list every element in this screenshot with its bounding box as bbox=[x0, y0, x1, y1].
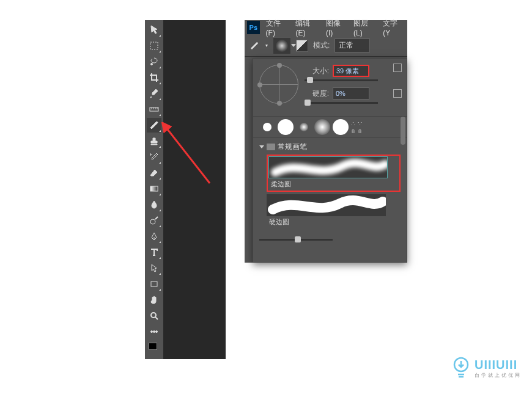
zoom-tool[interactable] bbox=[147, 308, 161, 323]
watermark-brand: UIIIUIII bbox=[475, 358, 522, 372]
brush-name: 柔边圆 bbox=[268, 178, 399, 190]
svg-point-1 bbox=[151, 64, 153, 65]
svg-point-4 bbox=[150, 219, 155, 224]
pen-tool[interactable] bbox=[147, 229, 161, 244]
brush-settings-toggle-icon[interactable] bbox=[296, 40, 308, 52]
stamp-tool[interactable] bbox=[147, 134, 161, 148]
brush-name: 硬边圆 bbox=[267, 216, 401, 228]
preset-scatter-2[interactable]: ∵8 bbox=[358, 120, 362, 134]
svg-rect-0 bbox=[150, 42, 158, 49]
more-tools[interactable] bbox=[147, 324, 161, 339]
brush-size-slider[interactable] bbox=[305, 79, 378, 81]
move-tool[interactable] bbox=[147, 23, 161, 37]
caret-down-icon[interactable]: ▾ bbox=[265, 43, 268, 48]
svg-rect-5 bbox=[151, 282, 157, 286]
brush-thumbnail-row: ∴8 ∵8 bbox=[253, 116, 407, 138]
svg-point-8 bbox=[153, 331, 155, 333]
ps-logo-icon: Ps bbox=[247, 21, 260, 34]
brush-tool-icon bbox=[248, 40, 260, 52]
thumbnail-size-slider[interactable] bbox=[259, 239, 333, 241]
brush-tool[interactable] bbox=[147, 118, 161, 133]
menu-layer[interactable]: 图层(L) bbox=[350, 18, 379, 37]
menubar: Ps 文件(F) 编辑(E) 图像(I) 图层(L) 文字(Y bbox=[245, 20, 407, 35]
brush-hardness-slider[interactable] bbox=[305, 102, 378, 104]
menu-file[interactable]: 文件(F) bbox=[262, 18, 292, 37]
marquee-tool[interactable] bbox=[147, 38, 161, 53]
menu-image[interactable]: 图像(I) bbox=[322, 18, 350, 37]
history-brush-tool[interactable] bbox=[147, 150, 161, 164]
brush-hardness-input[interactable]: 0% bbox=[333, 87, 369, 100]
preset-hard-small[interactable] bbox=[259, 119, 275, 135]
brush-item-soft-round[interactable]: 柔边圆 bbox=[267, 155, 401, 192]
blend-mode-select[interactable]: 正常 bbox=[334, 38, 370, 53]
folder-icon bbox=[267, 144, 275, 150]
watermark-sub: 自学就上优优网 bbox=[475, 372, 522, 379]
hand-tool[interactable] bbox=[147, 293, 161, 307]
folder-label: 常规画笔 bbox=[278, 142, 307, 152]
svg-point-9 bbox=[156, 331, 158, 333]
eraser-tool[interactable] bbox=[147, 166, 161, 180]
svg-point-7 bbox=[151, 331, 153, 333]
eyedropper-tool[interactable] bbox=[147, 86, 161, 101]
caret-down-icon bbox=[259, 145, 264, 148]
tools-toolbar bbox=[145, 20, 163, 359]
watermark: UIIIUIII 自学就上优优网 bbox=[451, 356, 522, 381]
ruler-tool[interactable] bbox=[147, 102, 161, 117]
crop-tool[interactable] bbox=[147, 70, 161, 85]
hardness-label: 硬度: bbox=[305, 89, 329, 99]
new-preset-icon[interactable] bbox=[393, 89, 402, 98]
preset-soft-small[interactable] bbox=[296, 119, 312, 135]
lightbulb-icon bbox=[451, 356, 471, 381]
type-tool[interactable] bbox=[147, 245, 161, 260]
preset-scatter-1[interactable]: ∴8 bbox=[351, 120, 355, 134]
size-label: 大小: bbox=[305, 66, 329, 76]
svg-point-6 bbox=[151, 313, 156, 318]
brush-item-hard-round[interactable]: 硬边圆 bbox=[267, 194, 401, 228]
scrollbar-thumb[interactable] bbox=[401, 117, 405, 145]
brush-preset-picker[interactable] bbox=[273, 37, 291, 54]
path-select-tool[interactable] bbox=[147, 261, 161, 275]
preset-hard-large[interactable] bbox=[278, 119, 294, 135]
brush-list: 常规画笔 柔边圆 硬边圆 bbox=[253, 138, 407, 234]
blur-tool[interactable] bbox=[147, 197, 161, 212]
menu-type[interactable]: 文字(Y bbox=[379, 18, 407, 37]
menu-edit[interactable]: 编辑(E) bbox=[292, 18, 322, 37]
brush-size-input[interactable]: 39 像素 bbox=[333, 65, 369, 77]
preset-soft-large[interactable] bbox=[314, 119, 330, 135]
settings-gear-icon[interactable] bbox=[393, 64, 402, 72]
rectangle-tool[interactable] bbox=[147, 277, 161, 291]
dodge-tool[interactable] bbox=[147, 213, 161, 228]
lasso-tool[interactable] bbox=[147, 54, 161, 69]
preset-hard-large-2[interactable] bbox=[333, 119, 349, 135]
brush-folder[interactable]: 常规画笔 bbox=[259, 142, 401, 152]
mode-label: 模式: bbox=[313, 40, 330, 51]
left-canvas-area bbox=[145, 20, 226, 359]
brush-angle-widget[interactable] bbox=[259, 65, 298, 104]
brush-presets-popup: 大小: 39 像素 硬度: 0% ∴8 ∵8 常规画笔 bbox=[253, 58, 407, 263]
color-swatch[interactable] bbox=[149, 343, 160, 351]
gradient-tool[interactable] bbox=[147, 181, 161, 196]
svg-rect-3 bbox=[150, 186, 158, 191]
options-bar: ▾ 模式: 正常 bbox=[245, 35, 407, 57]
